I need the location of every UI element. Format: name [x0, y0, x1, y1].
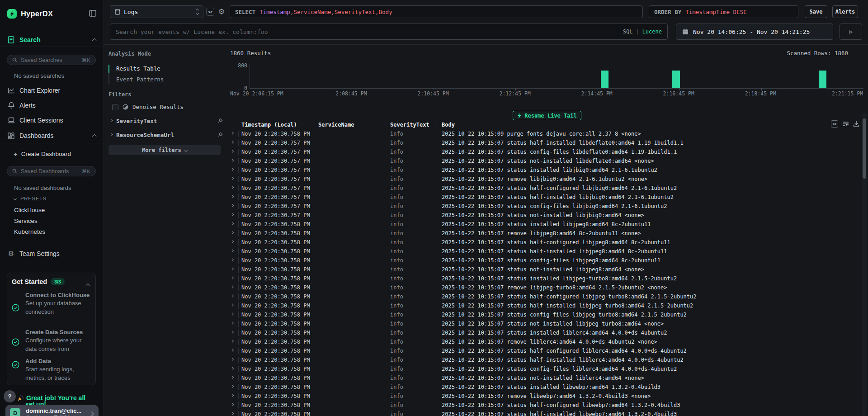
sidebar-item-team-settings[interactable]: ⚙ Team Settings	[0, 248, 104, 260]
get-started-item[interactable]: Add DataStart sending logs, metrics, or …	[12, 357, 93, 382]
table-row[interactable]: Nov 20 2:20:30.758 PMinfo2025-10-22 10:1…	[228, 310, 861, 319]
sidebar-item-chart-explorer[interactable]: Chart Explorer	[0, 85, 104, 96]
table-row[interactable]: Nov 20 2:20:30.758 PMinfo2025-10-22 10:1…	[228, 319, 861, 328]
table-row[interactable]: Nov 20 2:20:30.758 PMinfo2025-10-22 10:1…	[228, 229, 861, 238]
table-row[interactable]: Nov 20 2:20:30.758 PMinfo2025-10-22 10:1…	[228, 247, 861, 256]
analysis-mode-event-patterns[interactable]: Event Patterns	[116, 76, 164, 83]
row-expand-icon[interactable]	[231, 358, 234, 361]
row-expand-icon[interactable]	[231, 303, 234, 307]
row-expand-icon[interactable]	[231, 312, 234, 316]
source-select[interactable]: Logs	[110, 5, 203, 18]
histogram-bar[interactable]	[819, 71, 826, 88]
table-row[interactable]: Nov 20 2:20:30.758 PMinfo2025-10-22 10:1…	[228, 383, 861, 392]
table-row[interactable]: Nov 20 2:20:30.758 PMinfo2025-10-22 10:1…	[228, 129, 861, 138]
table-row[interactable]: Nov 20 2:20:30.757 PMinfo2025-10-22 10:1…	[228, 211, 861, 220]
order-by-input[interactable]: ORDER BY TimestampTime DESC	[649, 5, 798, 18]
app-logo[interactable]: HyperDX	[7, 9, 53, 19]
save-button[interactable]: Save	[805, 5, 827, 18]
table-row[interactable]: Nov 20 2:20:30.758 PMinfo2025-10-22 10:1…	[228, 265, 861, 274]
row-expand-icon[interactable]	[231, 394, 234, 397]
alerts-button[interactable]: Alerts	[832, 5, 858, 18]
get-started-item[interactable]: Connect to ClickHouseSet up your databas…	[12, 291, 93, 316]
presets-toggle[interactable]: PRESETS	[14, 196, 47, 201]
table-row[interactable]: Nov 20 2:20:30.758 PMinfo2025-10-22 10:1…	[228, 292, 861, 301]
row-expand-icon[interactable]	[231, 222, 234, 225]
table-row[interactable]: Nov 20 2:20:30.758 PMinfo2025-10-22 10:1…	[228, 355, 861, 364]
col-severitytext[interactable]: SeverityText	[390, 122, 429, 128]
analysis-mode-results-table[interactable]: Results Table	[116, 65, 160, 72]
row-expand-icon[interactable]	[231, 376, 234, 379]
get-started-item[interactable]: Create Data SourcesConfigure where your …	[12, 328, 93, 353]
row-expand-icon[interactable]	[231, 159, 234, 162]
denoise-results-toggle[interactable]: Denoise Results	[112, 104, 184, 110]
row-expand-icon[interactable]	[231, 285, 234, 288]
row-expand-icon[interactable]	[231, 267, 234, 270]
row-expand-icon[interactable]	[231, 321, 234, 325]
table-row[interactable]: Nov 20 2:20:30.758 PMinfo2025-10-22 10:1…	[228, 337, 861, 346]
table-row[interactable]: Nov 20 2:20:30.758 PMinfo2025-10-22 10:1…	[228, 238, 861, 247]
row-expand-icon[interactable]	[231, 294, 234, 298]
more-filters-button[interactable]: More filters	[108, 145, 221, 155]
table-row[interactable]: Nov 20 2:20:30.758 PMinfo2025-10-22 10:1…	[228, 256, 861, 265]
row-expand-icon[interactable]	[231, 385, 234, 388]
table-row[interactable]: Nov 20 2:20:30.757 PMinfo2025-10-22 10:1…	[228, 193, 861, 202]
row-expand-icon[interactable]	[231, 231, 234, 234]
row-expand-icon[interactable]	[231, 204, 234, 207]
table-row[interactable]: Nov 20 2:20:30.757 PMinfo2025-10-22 10:1…	[228, 202, 861, 211]
table-row[interactable]: Nov 20 2:20:30.758 PMinfo2025-10-22 10:1…	[228, 274, 861, 283]
sidebar-collapse-icon[interactable]	[89, 10, 96, 17]
row-expand-icon[interactable]	[231, 177, 234, 180]
lucene-toggle[interactable]: Lucene	[642, 28, 662, 35]
select-columns-input[interactable]: SELECT Timestamp ,ServiceName,SeverityTe…	[230, 5, 643, 18]
sidebar-preset-services[interactable]: Services	[14, 217, 38, 224]
histogram-bar[interactable]	[601, 71, 609, 88]
row-expand-icon[interactable]	[231, 367, 234, 370]
row-expand-icon[interactable]	[231, 349, 234, 352]
table-row[interactable]: Nov 20 2:20:30.758 PMinfo2025-10-22 10:1…	[228, 283, 861, 292]
table-row[interactable]: Nov 20 2:20:30.758 PMinfo2025-10-22 10:1…	[228, 346, 861, 355]
row-expand-icon[interactable]	[231, 240, 234, 243]
table-row[interactable]: Nov 20 2:20:30.757 PMinfo2025-10-22 10:1…	[228, 165, 861, 175]
denoise-checkbox[interactable]	[112, 104, 118, 110]
sidebar-item-alerts[interactable]: Alerts	[0, 99, 104, 111]
time-range-picker[interactable]: Nov 20 14:06:25 - Nov 20 14:21:25	[676, 24, 833, 40]
sidebar-item-search[interactable]: Search	[0, 34, 104, 46]
lucene-search-bar[interactable]: SQL | Lucene	[110, 24, 668, 40]
source-settings-gear-icon[interactable]: ⚙	[217, 7, 226, 16]
scrollbar-thumb[interactable]	[863, 118, 866, 179]
table-row[interactable]: Nov 20 2:20:30.758 PMinfo2025-10-22 10:1…	[228, 373, 861, 383]
table-row[interactable]: Nov 20 2:20:30.758 PMinfo2025-10-22 10:1…	[228, 392, 861, 401]
table-row[interactable]: Nov 20 2:20:30.758 PMinfo2025-10-22 10:1…	[228, 328, 861, 337]
search-input[interactable]	[116, 28, 623, 35]
chevron-up-icon[interactable]	[92, 134, 97, 139]
row-expand-icon[interactable]	[231, 412, 234, 415]
row-expand-icon[interactable]	[231, 249, 234, 252]
col-servicename[interactable]: ServiceName	[318, 122, 354, 128]
row-expand-icon[interactable]	[231, 168, 234, 171]
col-body[interactable]: Body	[442, 122, 455, 128]
histogram-bar[interactable]	[672, 71, 680, 88]
row-expand-icon[interactable]	[231, 258, 234, 261]
table-row[interactable]: Nov 20 2:20:30.757 PMinfo2025-10-22 10:1…	[228, 184, 861, 193]
resume-live-tail-button[interactable]: Resume Live Tail	[513, 111, 581, 120]
filter-field-severitytext[interactable]: SeverityText	[108, 117, 224, 125]
table-row[interactable]: Nov 20 2:20:30.758 PMinfo2025-10-22 10:1…	[228, 364, 861, 373]
row-expand-icon[interactable]	[231, 132, 234, 135]
table-row[interactable]: Nov 20 2:20:30.758 PMinfo2025-10-22 10:1…	[228, 220, 861, 229]
table-row[interactable]: Nov 20 2:20:30.757 PMinfo2025-10-22 10:1…	[228, 147, 861, 156]
pin-icon[interactable]	[217, 118, 223, 126]
user-menu[interactable]: D dominic.tran@clic... dominic.tran@clic…	[5, 405, 99, 416]
pin-icon[interactable]	[217, 132, 223, 140]
saved-dashboards-input[interactable]: Saved Dashboards ⌘K	[7, 166, 96, 176]
row-expand-icon[interactable]	[231, 213, 234, 216]
table-row[interactable]: Nov 20 2:20:30.758 PMinfo2025-10-22 10:1…	[228, 301, 861, 310]
row-expand-icon[interactable]	[231, 141, 234, 144]
sidebar-preset-clickhouse[interactable]: ClickHouse	[14, 207, 45, 213]
row-expand-icon[interactable]	[231, 195, 234, 198]
help-button[interactable]: ?	[4, 390, 16, 402]
run-query-button[interactable]: ▷	[840, 24, 862, 40]
sidebar-item-dashboards[interactable]: Dashboards	[0, 130, 104, 142]
row-expand-icon[interactable]	[231, 403, 234, 406]
chevron-up-icon[interactable]	[92, 38, 97, 43]
saved-searches-input[interactable]: Saved Searches ⌘K	[7, 55, 96, 65]
